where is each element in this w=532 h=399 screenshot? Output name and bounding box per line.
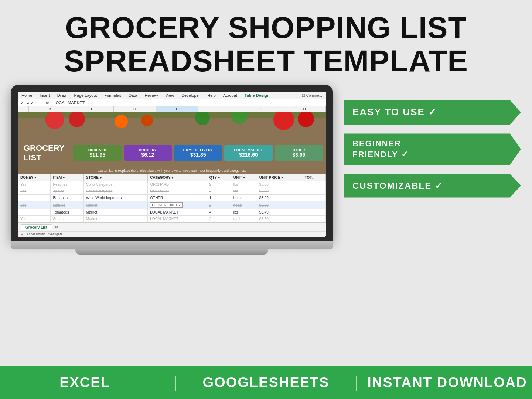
bottom-bar-divider-2: |	[351, 373, 362, 392]
bottom-bar: EXCEL | GOOGLESHEETS | INSTANT DOWNLOAD	[0, 366, 532, 399]
svg-point-6	[141, 115, 153, 126]
col-f: F	[198, 106, 241, 112]
ribbon-view[interactable]: View	[164, 92, 175, 98]
accessibility-status: Accessibility: Investigate	[27, 232, 63, 236]
bottom-bar-excel: EXCEL	[0, 375, 170, 391]
col-d: D	[114, 106, 156, 112]
excel-formula-bar: ✓ : ✗ ✓ fx LOCAL MARKET	[18, 99, 326, 106]
svg-point-5	[115, 115, 128, 128]
sheet-tabs-bar: Grocery List ⊕	[18, 222, 326, 231]
ribbon-help[interactable]: Help	[206, 92, 217, 98]
ribbon-developer[interactable]: Developer	[180, 92, 201, 98]
col-e: E	[156, 106, 199, 112]
feature-badges: EASY TO USE ✓ BEGINNERFRIENDLY ✓ CUSTOMI…	[340, 85, 521, 197]
laptop-mockup: Home Insert Draw Page Layout Formulas Da…	[11, 85, 332, 255]
formula-value: LOCAL MARKET	[54, 100, 85, 105]
ribbon-acrobat[interactable]: Acrobat	[222, 92, 239, 98]
laptop-screen: Home Insert Draw Page Layout Formulas Da…	[18, 92, 326, 237]
cat-home-delivery: HOME DELIVERY $31.85	[174, 145, 222, 161]
title-line2: SPREADSHEET TEMPLATE	[15, 44, 517, 78]
laptop-stand	[75, 249, 268, 255]
th-done: DONE? ▾	[18, 174, 51, 181]
col-h: H	[283, 106, 326, 112]
excel-ribbon: Home Insert Draw Page Layout Formulas Da…	[18, 92, 326, 99]
bottom-bar-googlesheets: GOOGLESHEETS	[181, 375, 351, 391]
ribbon-review[interactable]: Review	[143, 92, 159, 98]
formula-name-box: ✓ : ✗ ✓	[21, 101, 43, 105]
sheet-tab-grocery-list[interactable]: Grocery List	[21, 224, 52, 230]
th-item: ITEM ▾	[51, 174, 83, 181]
grocery-table: DONE? ▾ ITEM ▾ STORE ▾ CATEGORY ▾ QTY ▾ …	[18, 174, 326, 222]
ribbon-home[interactable]: Home	[20, 92, 34, 98]
th-unit: UNIT ▾	[231, 174, 257, 181]
table-row: Bananas Wide World Importers OTHER 1 bun…	[18, 195, 326, 201]
grocery-header-area: GROCERYLIST ORCHARD $11.95 GROCERY $6.12…	[18, 138, 326, 168]
ribbon-comment-btn[interactable]: ☐ Comme...	[300, 93, 324, 98]
bottom-bar-instant-download: INSTANT DOWNLOAD	[362, 375, 532, 391]
col-g: G	[241, 106, 283, 112]
cat-grocery: GROCERY $6.12	[124, 145, 172, 161]
feature-badge-customizable: CUSTOMIZABLE ✓	[344, 174, 521, 198]
col-b: B	[29, 106, 71, 112]
feature-customizable-text: CUSTOMIZABLE ✓	[352, 181, 443, 191]
feature-easy-text: EASY TO USE ✓	[352, 106, 437, 117]
table-row: Yes Apples Coho-Vineyards ORCHARD 2 lbs …	[18, 188, 326, 195]
feature-badge-beginner: BEGINNERFRIENDLY ✓	[344, 133, 521, 165]
content-area: Home Insert Draw Page Layout Formulas Da…	[0, 85, 532, 255]
table-row: Yes Lettuce Market LOCAL MARKET ▼ 2 head…	[18, 201, 326, 209]
veggie-banner	[18, 112, 326, 138]
category-boxes: ORCHARD $11.95 GROCERY $6.12 HOME DELIVE…	[70, 138, 326, 168]
title-line1: GROCERY SHOPPING LIST	[15, 11, 517, 44]
formula-fx: fx	[46, 100, 49, 105]
th-total: TOT...	[302, 174, 326, 181]
th-qty: QTY ▾	[207, 174, 231, 181]
cat-local-market: LOCAL MARKET $216.60	[224, 145, 272, 161]
cat-other: OTHER $3.99	[275, 145, 323, 161]
row-num-header	[18, 106, 29, 112]
ribbon-table-design[interactable]: Table Design	[243, 92, 271, 98]
main-title-block: GROCERY SHOPPING LIST SPREADSHEET TEMPLA…	[0, 0, 532, 85]
th-category: CATEGORY ▾	[148, 174, 207, 181]
bottom-bar-divider-1: |	[170, 373, 181, 392]
excel-col-headers: B C D E F G H	[18, 106, 326, 112]
excel-status-bar: ⊞ Accessibility: Investigate	[18, 231, 326, 237]
feature-badge-easy: EASY TO USE ✓	[344, 100, 521, 125]
laptop-outer: Home Insert Draw Page Layout Formulas Da…	[11, 85, 332, 241]
th-unit-price: UNIT PRICE ▾	[257, 174, 302, 181]
grocery-list-title: GROCERYLIST	[18, 138, 70, 168]
ribbon-data[interactable]: Data	[127, 92, 139, 98]
ribbon-formulas[interactable]: Formulas	[103, 92, 123, 98]
ribbon-page-layout[interactable]: Page Layout	[73, 92, 99, 98]
cat-orchard: ORCHARD $11.95	[73, 145, 121, 161]
category-dropdown[interactable]: LOCAL MARKET ▼	[150, 202, 183, 208]
veggie-svg	[18, 112, 326, 138]
ribbon-insert[interactable]: Insert	[38, 92, 51, 98]
table-row: Yes Peaches Coho-Vineyards ORCHARD 2 lbs…	[18, 181, 326, 188]
col-c: C	[71, 106, 114, 112]
th-store: STORE ▾	[83, 174, 148, 181]
laptop-base	[11, 241, 332, 249]
ribbon-draw[interactable]: Draw	[56, 92, 68, 98]
status-icon: ⊞	[21, 232, 24, 236]
customize-note: Customize it! Replace the entries above …	[18, 168, 326, 174]
sheet-add-button[interactable]: ⊕	[55, 225, 58, 229]
feature-beginner-text: BEGINNERFRIENDLY ✓	[352, 139, 409, 159]
table-row: Yes Squash Market LOCAL MARKET 2 each $3…	[18, 216, 326, 222]
table-row: Tomatoes Market LOCAL MARKET 4 lbs $3.49	[18, 209, 326, 216]
